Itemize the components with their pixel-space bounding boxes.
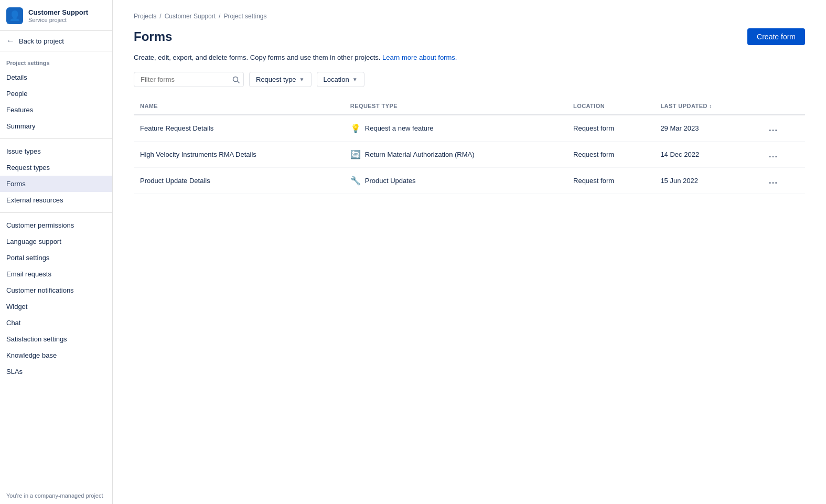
breadcrumb-sep-1: /: [159, 13, 161, 20]
back-to-project-label: Back to project: [19, 37, 64, 45]
request-type-label: Return Material Authorization (RMA): [365, 151, 475, 158]
breadcrumb: Projects / Customer Support / Project se…: [134, 13, 805, 20]
cell-name: High Velocity Instruments RMA Details: [134, 142, 344, 168]
learn-more-link[interactable]: Learn more about forms.: [382, 53, 457, 61]
sidebar-item-features[interactable]: Features: [0, 102, 112, 118]
filter-bar: Request type ▼ Location ▼: [134, 72, 805, 87]
sidebar-header: 👤 Customer Support Service project: [0, 0, 112, 31]
table-header: Name Request type Location Last updated …: [134, 98, 805, 115]
sidebar-section-label: Project settings: [0, 51, 112, 69]
sidebar-item-summary[interactable]: Summary: [0, 118, 112, 134]
back-icon: ←: [6, 36, 15, 46]
cell-last-updated: 29 Mar 2023: [654, 115, 759, 142]
chevron-down-icon: ▼: [299, 77, 305, 82]
sidebar-project-type: Service project: [28, 17, 88, 23]
request-type-icon: 💡: [350, 123, 361, 133]
cell-actions: …: [759, 115, 805, 142]
create-form-button[interactable]: Create form: [747, 28, 805, 45]
breadcrumb-projects[interactable]: Projects: [134, 13, 156, 20]
cell-name: Product Update Details: [134, 168, 344, 194]
sidebar-item-slas[interactable]: SLAs: [0, 363, 112, 380]
table-row: Feature Request Details 💡 Request a new …: [134, 115, 805, 142]
sidebar-item-issue-types[interactable]: Issue types: [0, 143, 112, 159]
request-type-dropdown[interactable]: Request type ▼: [249, 72, 312, 87]
svg-line-1: [238, 81, 240, 83]
page-header: Forms Create form: [134, 28, 805, 45]
request-type-icon: 🔧: [350, 176, 361, 186]
form-name-link[interactable]: Product Update Details: [140, 177, 210, 185]
main-content: Projects / Customer Support / Project se…: [113, 0, 826, 504]
location-dropdown[interactable]: Location ▼: [317, 72, 364, 87]
sidebar-project-info: Customer Support Service project: [28, 8, 88, 24]
form-name-link[interactable]: Feature Request Details: [140, 124, 213, 132]
more-options-button[interactable]: …: [765, 122, 781, 135]
sidebar-item-request-types[interactable]: Request types: [0, 159, 112, 176]
sidebar-item-forms[interactable]: Forms: [0, 176, 112, 192]
sidebar-item-external-resources[interactable]: External resources: [0, 192, 112, 208]
filter-input-wrapper: [134, 72, 244, 87]
cell-last-updated: 15 Jun 2022: [654, 168, 759, 194]
sidebar-item-widget[interactable]: Widget: [0, 298, 112, 315]
avatar: 👤: [6, 7, 23, 24]
page-description: Create, edit, export, and delete forms. …: [134, 53, 805, 61]
breadcrumb-customer-support[interactable]: Customer Support: [165, 13, 216, 20]
cell-location: Request form: [567, 115, 654, 142]
request-type-label: Request a new feature: [365, 124, 434, 132]
col-request-type: Request type: [344, 98, 567, 115]
search-icon: [232, 76, 240, 83]
sidebar-item-knowledge-base[interactable]: Knowledge base: [0, 347, 112, 363]
sidebar-item-language-support[interactable]: Language support: [0, 233, 112, 250]
sidebar-footer: You're in a company-managed project: [0, 487, 112, 504]
more-options-button[interactable]: …: [765, 148, 781, 161]
sidebar-item-customer-notifications[interactable]: Customer notifications: [0, 282, 112, 298]
cell-location: Request form: [567, 168, 654, 194]
col-name: Name: [134, 98, 344, 115]
col-actions: [759, 98, 805, 115]
sidebar-divider-1: [0, 138, 112, 139]
forms-table: Name Request type Location Last updated …: [134, 98, 805, 194]
sidebar-project-name: Customer Support: [28, 8, 88, 17]
table-body: Feature Request Details 💡 Request a new …: [134, 115, 805, 194]
request-type-label: Product Updates: [365, 177, 416, 185]
sidebar-item-people[interactable]: People: [0, 85, 112, 102]
sidebar-item-details[interactable]: Details: [0, 69, 112, 85]
sidebar-item-email-requests[interactable]: Email requests: [0, 266, 112, 282]
search-icon-button[interactable]: [232, 76, 240, 83]
sort-icon: ↕: [709, 103, 712, 109]
breadcrumb-sep-2: /: [219, 13, 220, 20]
sidebar-item-satisfaction-settings[interactable]: Satisfaction settings: [0, 331, 112, 347]
form-name-link[interactable]: High Velocity Instruments RMA Details: [140, 151, 256, 158]
table-row: High Velocity Instruments RMA Details 🔄 …: [134, 142, 805, 168]
col-location: Location: [567, 98, 654, 115]
sidebar: 👤 Customer Support Service project ← Bac…: [0, 0, 113, 504]
back-to-project-button[interactable]: ← Back to project: [0, 31, 112, 51]
cell-request-type: 💡 Request a new feature: [344, 115, 567, 142]
sidebar-item-chat[interactable]: Chat: [0, 315, 112, 331]
sidebar-item-customer-permissions[interactable]: Customer permissions: [0, 217, 112, 233]
sidebar-item-portal-settings[interactable]: Portal settings: [0, 250, 112, 266]
request-type-icon: 🔄: [350, 149, 361, 159]
cell-location: Request form: [567, 142, 654, 168]
cell-actions: …: [759, 142, 805, 168]
table-row: Product Update Details 🔧 Product Updates…: [134, 168, 805, 194]
cell-name: Feature Request Details: [134, 115, 344, 142]
cell-last-updated: 14 Dec 2022: [654, 142, 759, 168]
page-title: Forms: [134, 29, 172, 44]
more-options-button[interactable]: …: [765, 174, 781, 187]
cell-actions: …: [759, 168, 805, 194]
sidebar-divider-2: [0, 212, 112, 213]
cell-request-type: 🔧 Product Updates: [344, 168, 567, 194]
filter-forms-input[interactable]: [134, 72, 244, 87]
breadcrumb-project-settings[interactable]: Project settings: [223, 13, 266, 20]
cell-request-type: 🔄 Return Material Authorization (RMA): [344, 142, 567, 168]
chevron-down-icon-2: ▼: [352, 77, 358, 82]
col-last-updated: Last updated ↕: [654, 98, 759, 115]
